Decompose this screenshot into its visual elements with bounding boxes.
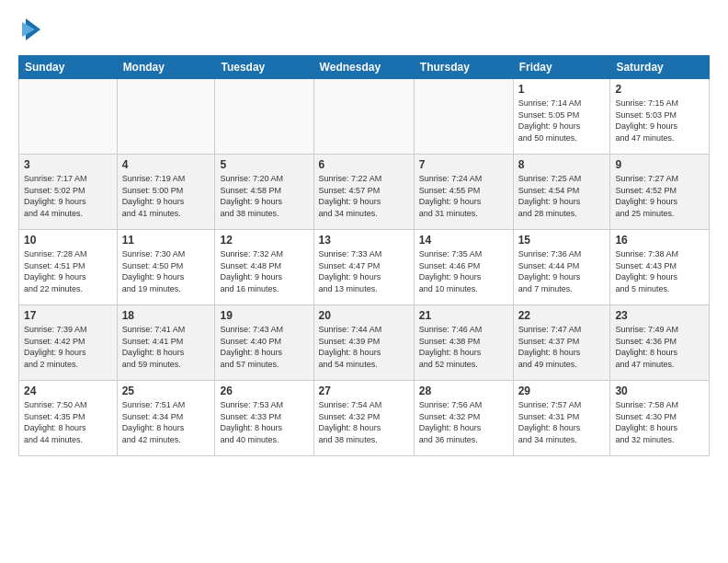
day-number: 30 bbox=[615, 385, 704, 397]
calendar-header-tuesday: Tuesday bbox=[215, 56, 313, 79]
calendar-header-monday: Monday bbox=[117, 56, 215, 79]
day-number: 15 bbox=[518, 234, 606, 247]
day-info: Sunrise: 7:20 AM Sunset: 4:58 PM Dayligh… bbox=[220, 173, 308, 219]
calendar-day-cell: 25Sunrise: 7:51 AM Sunset: 4:34 PM Dayli… bbox=[117, 381, 215, 456]
day-info: Sunrise: 7:17 AM Sunset: 5:02 PM Dayligh… bbox=[24, 173, 112, 219]
day-number: 25 bbox=[122, 385, 210, 397]
calendar-day-cell: 6Sunrise: 7:22 AM Sunset: 4:57 PM Daylig… bbox=[313, 155, 414, 230]
day-number: 14 bbox=[419, 234, 508, 247]
day-info: Sunrise: 7:22 AM Sunset: 4:57 PM Dayligh… bbox=[319, 173, 409, 219]
day-info: Sunrise: 7:27 AM Sunset: 4:52 PM Dayligh… bbox=[615, 173, 704, 219]
day-number: 22 bbox=[518, 309, 606, 322]
day-number: 12 bbox=[220, 234, 308, 247]
day-number: 19 bbox=[220, 309, 308, 322]
calendar-day-cell: 1Sunrise: 7:14 AM Sunset: 5:05 PM Daylig… bbox=[513, 79, 610, 155]
calendar-day-cell bbox=[117, 79, 215, 155]
calendar-day-cell: 14Sunrise: 7:35 AM Sunset: 4:46 PM Dayli… bbox=[414, 230, 513, 305]
calendar-day-cell: 28Sunrise: 7:56 AM Sunset: 4:32 PM Dayli… bbox=[414, 381, 513, 456]
day-number: 28 bbox=[419, 385, 508, 397]
day-number: 29 bbox=[518, 385, 606, 397]
calendar-day-cell bbox=[414, 79, 513, 155]
calendar-day-cell: 8Sunrise: 7:25 AM Sunset: 4:54 PM Daylig… bbox=[513, 155, 610, 230]
day-info: Sunrise: 7:43 AM Sunset: 4:40 PM Dayligh… bbox=[220, 324, 308, 370]
day-number: 3 bbox=[24, 158, 112, 171]
calendar-day-cell: 15Sunrise: 7:36 AM Sunset: 4:44 PM Dayli… bbox=[513, 230, 610, 305]
day-info: Sunrise: 7:54 AM Sunset: 4:32 PM Dayligh… bbox=[319, 399, 409, 445]
calendar-week-row: 24Sunrise: 7:50 AM Sunset: 4:35 PM Dayli… bbox=[19, 381, 710, 456]
calendar-day-cell: 2Sunrise: 7:15 AM Sunset: 5:03 PM Daylig… bbox=[610, 79, 710, 155]
calendar-day-cell: 21Sunrise: 7:46 AM Sunset: 4:38 PM Dayli… bbox=[414, 305, 513, 381]
calendar-day-cell bbox=[19, 79, 118, 155]
calendar-day-cell: 7Sunrise: 7:24 AM Sunset: 4:55 PM Daylig… bbox=[414, 155, 513, 230]
day-number: 16 bbox=[615, 234, 704, 247]
day-info: Sunrise: 7:24 AM Sunset: 4:55 PM Dayligh… bbox=[419, 173, 508, 219]
day-info: Sunrise: 7:38 AM Sunset: 4:43 PM Dayligh… bbox=[615, 248, 704, 294]
calendar-day-cell: 19Sunrise: 7:43 AM Sunset: 4:40 PM Dayli… bbox=[215, 305, 313, 381]
logo bbox=[18, 15, 42, 46]
day-number: 10 bbox=[24, 234, 112, 247]
calendar-header-saturday: Saturday bbox=[610, 56, 710, 79]
day-info: Sunrise: 7:41 AM Sunset: 4:41 PM Dayligh… bbox=[122, 324, 210, 370]
day-number: 26 bbox=[220, 385, 308, 397]
day-number: 2 bbox=[615, 83, 704, 96]
calendar-day-cell: 9Sunrise: 7:27 AM Sunset: 4:52 PM Daylig… bbox=[610, 155, 710, 230]
calendar-day-cell: 16Sunrise: 7:38 AM Sunset: 4:43 PM Dayli… bbox=[610, 230, 710, 305]
day-number: 18 bbox=[122, 309, 210, 322]
calendar-day-cell bbox=[313, 79, 414, 155]
day-number: 21 bbox=[419, 309, 508, 322]
calendar-day-cell: 30Sunrise: 7:58 AM Sunset: 4:30 PM Dayli… bbox=[610, 381, 710, 456]
calendar-day-cell: 11Sunrise: 7:30 AM Sunset: 4:50 PM Dayli… bbox=[117, 230, 215, 305]
calendar-day-cell: 10Sunrise: 7:28 AM Sunset: 4:51 PM Dayli… bbox=[19, 230, 118, 305]
day-info: Sunrise: 7:15 AM Sunset: 5:03 PM Dayligh… bbox=[615, 98, 704, 144]
calendar-header-wednesday: Wednesday bbox=[313, 56, 414, 79]
calendar-day-cell: 5Sunrise: 7:20 AM Sunset: 4:58 PM Daylig… bbox=[215, 155, 313, 230]
day-number: 20 bbox=[319, 309, 409, 322]
calendar-day-cell: 29Sunrise: 7:57 AM Sunset: 4:31 PM Dayli… bbox=[513, 381, 610, 456]
calendar-week-row: 1Sunrise: 7:14 AM Sunset: 5:05 PM Daylig… bbox=[19, 79, 710, 155]
calendar-day-cell: 27Sunrise: 7:54 AM Sunset: 4:32 PM Dayli… bbox=[313, 381, 414, 456]
day-info: Sunrise: 7:51 AM Sunset: 4:34 PM Dayligh… bbox=[122, 399, 210, 445]
day-number: 7 bbox=[419, 158, 508, 171]
calendar-day-cell: 20Sunrise: 7:44 AM Sunset: 4:39 PM Dayli… bbox=[313, 305, 414, 381]
calendar-day-cell: 22Sunrise: 7:47 AM Sunset: 4:37 PM Dayli… bbox=[513, 305, 610, 381]
calendar-table: SundayMondayTuesdayWednesdayThursdayFrid… bbox=[18, 55, 710, 456]
day-number: 6 bbox=[319, 158, 409, 171]
calendar-day-cell: 23Sunrise: 7:49 AM Sunset: 4:36 PM Dayli… bbox=[610, 305, 710, 381]
day-info: Sunrise: 7:47 AM Sunset: 4:37 PM Dayligh… bbox=[518, 324, 606, 370]
calendar-week-row: 10Sunrise: 7:28 AM Sunset: 4:51 PM Dayli… bbox=[19, 230, 710, 305]
calendar-day-cell: 12Sunrise: 7:32 AM Sunset: 4:48 PM Dayli… bbox=[215, 230, 313, 305]
day-number: 1 bbox=[518, 83, 606, 96]
day-info: Sunrise: 7:39 AM Sunset: 4:42 PM Dayligh… bbox=[24, 324, 112, 370]
calendar-header-thursday: Thursday bbox=[414, 56, 513, 79]
day-info: Sunrise: 7:49 AM Sunset: 4:36 PM Dayligh… bbox=[615, 324, 704, 370]
calendar-week-row: 17Sunrise: 7:39 AM Sunset: 4:42 PM Dayli… bbox=[19, 305, 710, 381]
day-info: Sunrise: 7:53 AM Sunset: 4:33 PM Dayligh… bbox=[220, 399, 308, 445]
day-info: Sunrise: 7:57 AM Sunset: 4:31 PM Dayligh… bbox=[518, 399, 606, 445]
page: SundayMondayTuesdayWednesdayThursdayFrid… bbox=[0, 0, 728, 563]
calendar-day-cell: 4Sunrise: 7:19 AM Sunset: 5:00 PM Daylig… bbox=[117, 155, 215, 230]
day-number: 17 bbox=[24, 309, 112, 322]
day-info: Sunrise: 7:32 AM Sunset: 4:48 PM Dayligh… bbox=[220, 248, 308, 294]
day-info: Sunrise: 7:28 AM Sunset: 4:51 PM Dayligh… bbox=[24, 248, 112, 294]
calendar-day-cell: 13Sunrise: 7:33 AM Sunset: 4:47 PM Dayli… bbox=[313, 230, 414, 305]
calendar-header-sunday: Sunday bbox=[19, 56, 118, 79]
day-info: Sunrise: 7:33 AM Sunset: 4:47 PM Dayligh… bbox=[319, 248, 409, 294]
day-number: 5 bbox=[220, 158, 308, 171]
calendar-header-friday: Friday bbox=[513, 56, 610, 79]
day-number: 8 bbox=[518, 158, 606, 171]
day-info: Sunrise: 7:30 AM Sunset: 4:50 PM Dayligh… bbox=[122, 248, 210, 294]
calendar-day-cell: 26Sunrise: 7:53 AM Sunset: 4:33 PM Dayli… bbox=[215, 381, 313, 456]
calendar-week-row: 3Sunrise: 7:17 AM Sunset: 5:02 PM Daylig… bbox=[19, 155, 710, 230]
day-info: Sunrise: 7:46 AM Sunset: 4:38 PM Dayligh… bbox=[419, 324, 508, 370]
day-info: Sunrise: 7:19 AM Sunset: 5:00 PM Dayligh… bbox=[122, 173, 210, 219]
day-number: 4 bbox=[122, 158, 210, 171]
calendar-header-row: SundayMondayTuesdayWednesdayThursdayFrid… bbox=[19, 56, 710, 79]
day-number: 23 bbox=[615, 309, 704, 322]
day-info: Sunrise: 7:25 AM Sunset: 4:54 PM Dayligh… bbox=[518, 173, 606, 219]
day-number: 13 bbox=[319, 234, 409, 247]
day-info: Sunrise: 7:36 AM Sunset: 4:44 PM Dayligh… bbox=[518, 248, 606, 294]
calendar-day-cell: 17Sunrise: 7:39 AM Sunset: 4:42 PM Dayli… bbox=[19, 305, 118, 381]
day-info: Sunrise: 7:56 AM Sunset: 4:32 PM Dayligh… bbox=[419, 399, 508, 445]
day-info: Sunrise: 7:50 AM Sunset: 4:35 PM Dayligh… bbox=[24, 399, 112, 445]
day-number: 9 bbox=[615, 158, 704, 171]
